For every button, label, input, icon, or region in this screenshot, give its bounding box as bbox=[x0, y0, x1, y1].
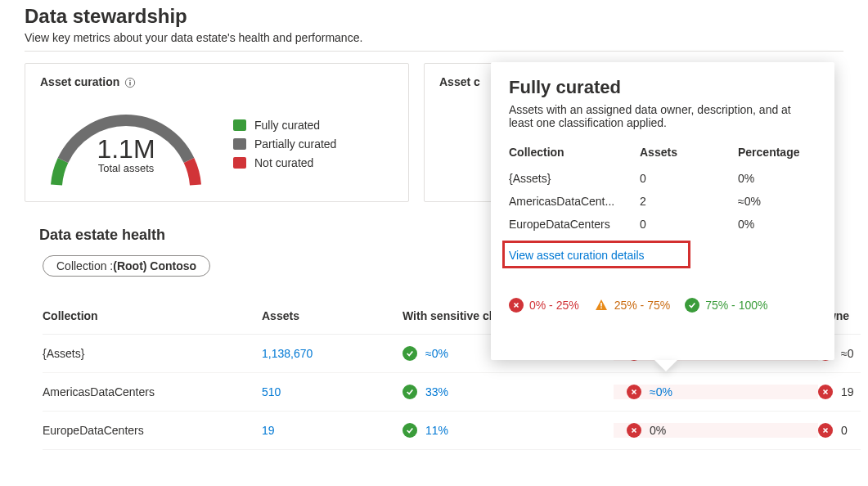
swatch-red bbox=[233, 157, 246, 169]
divider bbox=[25, 51, 843, 52]
gauge-chart: 1.1M Total assets bbox=[40, 95, 212, 193]
percentage-legend: 0% - 25% 25% - 75% 75% - 100% bbox=[509, 298, 816, 313]
cell-owner: 0 bbox=[841, 424, 848, 437]
gauge-label: Total assets bbox=[40, 162, 212, 174]
page-subtitle: View key metrics about your data estate'… bbox=[25, 31, 843, 44]
ccell-pct: ≈0% bbox=[738, 195, 820, 208]
check-icon bbox=[403, 385, 417, 399]
card-title-text: Asset curation bbox=[40, 75, 119, 88]
callout-description: Assets with an assigned data owner, desc… bbox=[509, 103, 816, 129]
legend-fully: Fully curated bbox=[254, 119, 320, 132]
cell-owner: 19 bbox=[841, 385, 854, 398]
check-icon bbox=[403, 346, 417, 361]
callout-row: EuropeDataCenters 0 0% bbox=[509, 213, 816, 236]
view-details-link[interactable]: View asset curation details bbox=[509, 249, 645, 262]
legend-high: 75% - 100% bbox=[705, 299, 767, 312]
callout-title: Fully curated bbox=[509, 77, 816, 98]
cell-sensitive-link[interactable]: 33% bbox=[425, 385, 448, 398]
page-title: Data stewardship bbox=[25, 5, 843, 28]
cell-collection: AmericasDataCenters bbox=[43, 385, 262, 398]
cell-assets-link[interactable]: 19 bbox=[262, 424, 403, 437]
x-icon bbox=[509, 298, 524, 313]
cell-sensitive-link[interactable]: 11% bbox=[425, 424, 448, 437]
x-icon bbox=[627, 423, 641, 438]
x-icon bbox=[818, 423, 833, 438]
cell-fully: 0% bbox=[650, 424, 666, 437]
legend-mid: 25% - 75% bbox=[614, 299, 670, 312]
swatch-green bbox=[233, 119, 246, 131]
x-icon bbox=[818, 385, 833, 399]
svg-rect-3 bbox=[600, 303, 602, 307]
cell-collection: {Assets} bbox=[43, 347, 262, 360]
gauge-legend: Fully curated Partially curated Not cura… bbox=[233, 113, 336, 175]
ccell-collection: {Assets} bbox=[509, 172, 640, 185]
collection-filter-chip[interactable]: Collection : (Root) Contoso bbox=[43, 255, 210, 277]
check-icon bbox=[403, 423, 417, 438]
cth-assets: Assets bbox=[640, 146, 738, 159]
callout-row: AmericasDataCent... 2 ≈0% bbox=[509, 190, 816, 213]
cth-collection: Collection bbox=[509, 146, 640, 159]
legend-partial: Partially curated bbox=[254, 137, 336, 151]
cell-assets-link[interactable]: 1,138,670 bbox=[262, 347, 403, 360]
ccell-collection: AmericasDataCent... bbox=[509, 195, 640, 208]
cell-owner: ≈0 bbox=[841, 347, 853, 360]
swatch-gray bbox=[233, 138, 246, 150]
svg-rect-4 bbox=[600, 308, 602, 309]
th-collection[interactable]: Collection bbox=[43, 309, 262, 322]
fully-curated-callout: Fully curated Assets with an assigned da… bbox=[491, 62, 834, 360]
cell-sensitive-link[interactable]: ≈0% bbox=[425, 347, 448, 360]
callout-row: {Assets} 0 0% bbox=[509, 167, 816, 190]
ccell-assets: 2 bbox=[640, 195, 738, 208]
svg-rect-2 bbox=[130, 82, 131, 85]
cell-assets-link[interactable]: 510 bbox=[262, 385, 403, 398]
second-card-title: Asset c bbox=[439, 75, 480, 88]
svg-point-1 bbox=[129, 80, 131, 82]
cth-pct: Percentage bbox=[738, 146, 820, 159]
ccell-pct: 0% bbox=[738, 218, 820, 231]
ccell-assets: 0 bbox=[640, 218, 738, 231]
table-row: AmericasDataCenters 510 33% ≈0% 19 bbox=[43, 373, 861, 412]
asset-curation-card: Asset curation 1.1M Total assets bbox=[25, 63, 409, 202]
ccell-pct: 0% bbox=[738, 172, 820, 185]
warning-icon bbox=[594, 298, 609, 313]
legend-low: 0% - 25% bbox=[529, 299, 579, 312]
cell-fully-link[interactable]: ≈0% bbox=[650, 385, 672, 398]
x-icon bbox=[627, 385, 641, 399]
ccell-collection: EuropeDataCenters bbox=[509, 218, 640, 231]
filter-value: (Root) Contoso bbox=[113, 259, 196, 272]
th-assets[interactable]: Assets bbox=[262, 309, 403, 322]
check-icon bbox=[685, 298, 699, 313]
info-icon[interactable] bbox=[124, 75, 136, 88]
legend-none: Not curated bbox=[254, 156, 313, 169]
filter-label: Collection : bbox=[56, 259, 113, 272]
ccell-assets: 0 bbox=[640, 172, 738, 185]
table-row: EuropeDataCenters 19 11% 0% 0 bbox=[43, 412, 861, 450]
gauge-value: 1.1M bbox=[40, 136, 212, 162]
second-card-peek: Asset c bbox=[424, 63, 497, 202]
cell-collection: EuropeDataCenters bbox=[43, 424, 262, 437]
